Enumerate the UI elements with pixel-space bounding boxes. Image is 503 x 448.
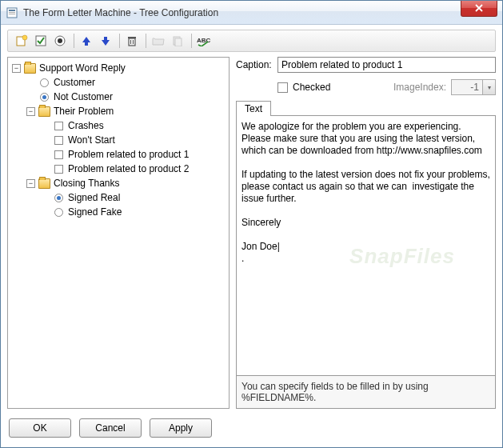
tree-item-customer[interactable]: Customer (26, 75, 227, 90)
svg-rect-14 (175, 38, 182, 46)
svg-rect-10 (128, 37, 136, 38)
caption-input[interactable] (277, 57, 496, 73)
spellcheck-icon[interactable]: ABC (195, 32, 213, 50)
toolbar-separator (74, 34, 74, 48)
svg-text:ABC: ABC (197, 37, 211, 44)
tree-item-their-problem[interactable]: − Their Problem (26, 104, 227, 118)
radio-checked-icon (40, 93, 49, 102)
tree-label: Crashes (66, 118, 104, 133)
tree-item-signed-fake[interactable]: Signed Fake (40, 205, 227, 219)
svg-rect-1 (9, 10, 15, 11)
folder-icon (38, 178, 50, 189)
tree-panel[interactable]: − Support Word Reply Customer (7, 57, 230, 409)
apply-button[interactable]: Apply (150, 418, 212, 438)
tree-label: Signed Real (66, 190, 120, 205)
radio-checked-icon (54, 194, 63, 202)
delete-icon[interactable] (123, 32, 141, 50)
radio-unchecked-icon (40, 78, 49, 87)
caption-label: Caption: (236, 59, 277, 70)
tab-text[interactable]: Text (236, 101, 271, 116)
new-icon[interactable] (13, 32, 30, 50)
move-down-icon[interactable] (97, 32, 114, 50)
toolbar-separator (191, 34, 192, 48)
tree-label: Problem related to product 1 (66, 147, 189, 162)
toolbar-separator (146, 34, 146, 48)
tree-label: Customer (52, 75, 95, 90)
folder-icon (24, 63, 36, 74)
open-folder-icon (150, 32, 167, 50)
tree-item-crashes[interactable]: Crashes (40, 118, 227, 133)
tree-label: Signed Fake (66, 205, 122, 219)
move-up-icon[interactable] (78, 32, 95, 50)
toolbar-separator (119, 34, 120, 48)
content-area: − Support Word Reply Customer (1, 52, 502, 414)
tree-item-not-customer[interactable]: Not Customer (26, 90, 227, 104)
toolbar: ABC (7, 30, 496, 52)
imageindex-input[interactable] (451, 79, 483, 95)
tree-item-product1[interactable]: Problem related to product 1 (40, 147, 227, 162)
imageindex-label: ImageIndex: (393, 82, 446, 93)
checkbox-icon[interactable] (32, 32, 50, 50)
ok-button[interactable]: OK (9, 418, 71, 438)
radio-unchecked-icon (54, 208, 63, 217)
tree-item-signed-real[interactable]: Signed Real (40, 190, 227, 205)
checked-checkbox[interactable] (277, 82, 288, 93)
checkbox-icon (54, 150, 63, 159)
hint-text: You can specify fields to be filled in b… (236, 376, 496, 409)
svg-point-5 (22, 35, 27, 40)
cancel-button[interactable]: Cancel (79, 418, 142, 438)
tree-item-closing-thanks[interactable]: − Closing Thanks (26, 176, 227, 190)
tree-label: Problem related to product 2 (66, 162, 189, 176)
svg-rect-2 (9, 12, 15, 13)
folder-icon (38, 106, 50, 117)
window-title: The Form Letter Machine - Tree Configura… (23, 7, 461, 18)
tree-label: Won't Start (66, 133, 115, 147)
tree-label: Closing Thanks (52, 176, 120, 190)
detail-panel: Caption: Checked ImageIndex: ▾ Text Snap… (236, 57, 496, 409)
tree-label: Their Problem (52, 104, 114, 118)
svg-rect-9 (129, 38, 135, 46)
checkbox-icon (54, 122, 63, 130)
radio-icon[interactable] (51, 32, 69, 50)
tree-item-product2[interactable]: Problem related to product 2 (40, 162, 227, 176)
spin-down-icon[interactable]: ▾ (483, 79, 496, 95)
tree-label: Not Customer (52, 90, 113, 104)
expander-icon[interactable]: − (26, 107, 35, 116)
checkbox-icon (54, 165, 63, 174)
svg-point-8 (58, 38, 62, 43)
checkbox-icon (54, 136, 63, 145)
text-editor[interactable] (236, 115, 496, 376)
dialog-buttons: OK Cancel Apply (1, 414, 502, 446)
tree-item-wont-start[interactable]: Won't Start (40, 133, 227, 147)
svg-rect-3 (9, 14, 15, 14)
app-icon (6, 6, 18, 19)
close-button[interactable] (461, 1, 497, 17)
checked-label: Checked (293, 82, 330, 93)
tree-label: Support Word Reply (38, 61, 126, 75)
tree-root[interactable]: − Support Word Reply (11, 61, 227, 75)
imageindex-spinner[interactable]: ▾ (451, 79, 496, 95)
expander-icon[interactable]: − (26, 179, 35, 188)
titlebar: The Form Letter Machine - Tree Configura… (1, 1, 502, 25)
expander-icon[interactable]: − (12, 64, 21, 73)
copy-icon (169, 32, 186, 50)
